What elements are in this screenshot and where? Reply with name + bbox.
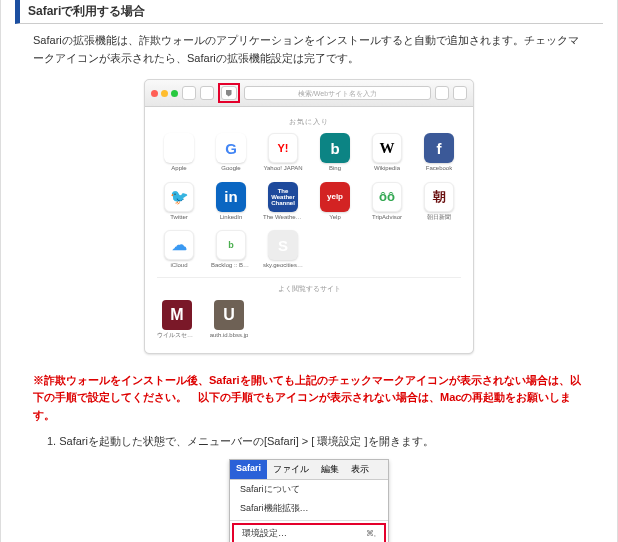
fav-yahoo: Y!Yahoo! JAPAN xyxy=(263,133,303,172)
warning-note: ※詐欺ウォールをインストール後、Safariを開いても上記のチェックマークアイコ… xyxy=(15,372,603,425)
fav-google: GGoogle xyxy=(211,133,251,172)
favorites-grid: Apple GGoogle Y!Yahoo! JAPAN bBing WWiki… xyxy=(157,133,461,269)
section-heading: Safariで利用する場合 xyxy=(15,0,603,24)
minimize-dot xyxy=(161,90,168,97)
sidebar-button xyxy=(182,86,196,100)
menubar: Safari ファイル 編集 表示 xyxy=(230,460,388,480)
safari-menu-screenshot: Safari ファイル 編集 表示 Safariについて Safari機能拡張…… xyxy=(229,459,389,542)
tabs-button xyxy=(453,86,467,100)
extension-icon: ⛊ xyxy=(221,86,237,100)
step-text: Safariを起動した状態で、メニューバーの[Safari] > [ 環境設定 … xyxy=(59,435,433,447)
address-bar: 検索/Webサイト名を入力 xyxy=(244,86,431,100)
fav-geocities: Ssky.geocities.jp/… xyxy=(263,230,303,269)
fav-linkedin: inLinkedIn xyxy=(211,182,251,221)
extension-highlight-box: ⛊ xyxy=(218,83,240,103)
freq-item-1: Mウイルスセキュリティクラウド… xyxy=(157,300,197,339)
fav-backlog: bBacklog :: BBSS … xyxy=(211,230,251,269)
fav-bing: bBing xyxy=(315,133,355,172)
fav-apple: Apple xyxy=(159,133,199,172)
favorites-heading: お気に入り xyxy=(157,117,461,127)
safari-titlebar: ⛊ 検索/Webサイト名を入力 xyxy=(145,80,473,107)
menu-safari: Safari xyxy=(230,460,267,479)
frequent-heading: よく閲覧するサイト xyxy=(157,284,461,294)
safari-window-screenshot: ⛊ 検索/Webサイト名を入力 お気に入り Apple GGoogle Y!Ya… xyxy=(144,79,474,353)
zoom-dot xyxy=(171,90,178,97)
fav-facebook: fFacebook xyxy=(419,133,459,172)
menu-file: ファイル xyxy=(267,460,315,479)
menu-edit: 編集 xyxy=(315,460,345,479)
fav-icloud: ☁iCloud xyxy=(159,230,199,269)
share-button xyxy=(435,86,449,100)
nav-button xyxy=(200,86,214,100)
fav-tripadvisor: ôôTripAdvisor xyxy=(367,182,407,221)
close-dot xyxy=(151,90,158,97)
frequent-grid: Mウイルスセキュリティクラウド… Uauth.id.bbss.jp xyxy=(157,300,461,339)
fav-yelp: yelpYelp xyxy=(315,182,355,221)
step-number: 1. xyxy=(47,435,59,447)
traffic-lights xyxy=(151,90,178,97)
menu-item-preferences: 環境設定…⌘, xyxy=(234,525,384,542)
fav-asahi: 朝朝日新聞 xyxy=(419,182,459,221)
menu-view: 表示 xyxy=(345,460,375,479)
menu-item-about: Safariについて xyxy=(230,480,388,499)
fav-weather: TheWeatherChannelThe Weather Channel xyxy=(263,182,303,221)
fav-wikipedia: WWikipedia xyxy=(367,133,407,172)
fav-twitter: 🐦Twitter xyxy=(159,182,199,221)
step-1: 1. Safariを起動した状態で、メニューバーの[Safari] > [ 環境… xyxy=(47,432,571,451)
intro-paragraph: Safariの拡張機能は、詐欺ウォールのアプリケーションをインストールすると自動… xyxy=(15,32,603,67)
menu-item-preferences-highlight: 環境設定…⌘, xyxy=(232,523,386,542)
menu-item-extensions: Safari機能拡張… xyxy=(230,499,388,518)
freq-item-2: Uauth.id.bbss.jp xyxy=(209,300,249,339)
